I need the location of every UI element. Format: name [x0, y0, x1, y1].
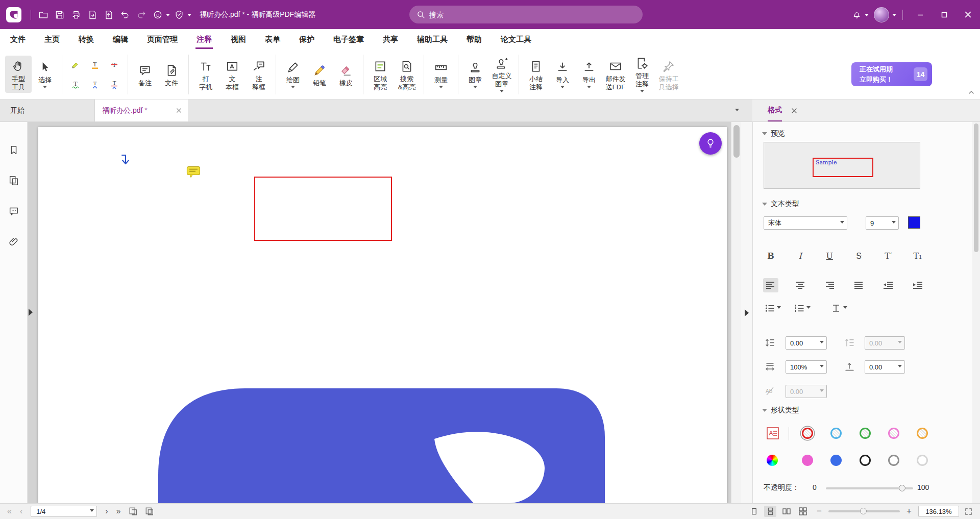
- shape-swatch-black-outline[interactable]: [860, 455, 871, 466]
- justify-button[interactable]: [851, 278, 867, 292]
- shape-swatch-pink-outline[interactable]: [888, 428, 899, 439]
- bullet-list-control[interactable]: [765, 304, 781, 312]
- menu-esign[interactable]: 电子签章: [332, 30, 365, 49]
- opacity-slider-knob[interactable]: [899, 485, 905, 491]
- font-color-swatch[interactable]: [908, 216, 920, 229]
- clipboard-pages-button[interactable]: [145, 507, 154, 516]
- shape-swatch-gray-outline[interactable]: [888, 455, 899, 466]
- tab-start[interactable]: 开始: [0, 100, 95, 121]
- textbox-style-swatch[interactable]: A: [767, 427, 779, 439]
- global-search[interactable]: [409, 6, 643, 23]
- trial-purchase-button[interactable]: 正在试用期 立即购买！ 14: [851, 62, 932, 86]
- typewriter-button[interactable]: 打 字机: [192, 56, 219, 93]
- zoom-slider[interactable]: [828, 510, 900, 512]
- manage-comments-button[interactable]: 管理 注释: [629, 53, 655, 96]
- stamp-button[interactable]: 图章: [462, 57, 488, 92]
- menu-page-organize[interactable]: 页面管理: [146, 30, 179, 49]
- custom-stamp-button[interactable]: 自定义 图章: [488, 53, 515, 96]
- tab-document-active[interactable]: 福昕办公.pdf *: [95, 100, 188, 121]
- tab-close-icon[interactable]: [176, 107, 182, 115]
- document-canvas[interactable]: [28, 122, 731, 503]
- measure-tool-button[interactable]: 测量: [428, 57, 454, 92]
- keep-tool-selected-button[interactable]: 保持工 具选择: [655, 56, 682, 93]
- select-tool-button[interactable]: 选择: [32, 57, 58, 92]
- undo-button[interactable]: [117, 7, 133, 23]
- superscript-button[interactable]: T′: [880, 249, 896, 263]
- align-right-button[interactable]: [822, 278, 837, 292]
- decrease-indent-button[interactable]: [880, 278, 896, 292]
- textbox-button[interactable]: 文 本框: [219, 56, 246, 93]
- shape-type-section-header[interactable]: 形状类型: [762, 406, 799, 415]
- facing-continuous-view-button[interactable]: [797, 506, 809, 517]
- continuous-view-button[interactable]: [764, 506, 776, 517]
- squiggly-underline-button[interactable]: T: [67, 76, 84, 92]
- redo-button[interactable]: [133, 7, 150, 23]
- eraser-tool-button[interactable]: 橡皮: [333, 60, 359, 89]
- underline-button[interactable]: U: [822, 249, 837, 263]
- menu-form[interactable]: 表单: [264, 30, 281, 49]
- rectangle-annotation[interactable]: [254, 177, 392, 241]
- callout-button[interactable]: 注 释框: [246, 56, 272, 93]
- menu-help[interactable]: 帮助: [465, 30, 483, 49]
- replace-text-button[interactable]: T: [106, 76, 122, 92]
- app-logo-icon[interactable]: [6, 7, 21, 22]
- protect-shield-caret-icon[interactable]: [187, 14, 191, 18]
- shape-swatch-red-outline[interactable]: [802, 428, 813, 439]
- menu-view[interactable]: 视图: [230, 30, 247, 49]
- fullscreen-button[interactable]: [964, 507, 973, 516]
- menu-thesis-tools[interactable]: 论文工具: [500, 30, 532, 49]
- comments-panel-button[interactable]: [5, 203, 22, 220]
- strikeout-text-button[interactable]: T: [106, 57, 122, 73]
- smart-tip-lightbulb-button[interactable]: [699, 132, 722, 155]
- bold-button[interactable]: B: [763, 249, 778, 263]
- snapshot-pages-button[interactable]: [129, 507, 138, 516]
- next-page-button[interactable]: ›: [105, 507, 108, 515]
- hand-tool-button[interactable]: 手型 工具: [5, 56, 32, 93]
- menu-home[interactable]: 主页: [43, 30, 61, 49]
- minimize-button[interactable]: [908, 0, 932, 29]
- maximize-button[interactable]: [932, 0, 956, 29]
- previous-page-button[interactable]: ‹: [20, 507, 22, 515]
- open-file-button[interactable]: [35, 7, 52, 23]
- first-page-button[interactable]: «: [7, 507, 12, 515]
- email-fdf-button[interactable]: 邮件发 送FDF: [602, 56, 629, 93]
- page-number-combo[interactable]: 1/4: [31, 506, 97, 517]
- align-center-button[interactable]: [793, 278, 808, 292]
- menu-file[interactable]: 文件: [9, 30, 27, 49]
- single-page-view-button[interactable]: [748, 506, 760, 517]
- menu-edit[interactable]: 编辑: [112, 30, 129, 49]
- bookmarks-panel-button[interactable]: [5, 141, 22, 159]
- menu-accessibility[interactable]: 辅助工具: [416, 30, 449, 49]
- area-highlight-button[interactable]: 区域 高亮: [367, 56, 394, 93]
- last-page-button[interactable]: »: [116, 507, 121, 515]
- zoom-slider-knob[interactable]: [860, 508, 867, 514]
- shape-swatch-green-outline[interactable]: [860, 428, 871, 439]
- menu-comment[interactable]: 注释: [195, 30, 213, 49]
- right-panel-toggle-handle[interactable]: [745, 309, 749, 316]
- strikethrough-button[interactable]: S: [851, 249, 867, 263]
- canvas-scrollbar-thumb[interactable]: [733, 125, 740, 158]
- print-button[interactable]: [68, 7, 84, 23]
- export-comments-button[interactable]: 导出: [576, 57, 602, 92]
- baseline-offset-select[interactable]: 0.00: [865, 360, 905, 374]
- share-document-button[interactable]: [101, 7, 117, 23]
- facing-view-button[interactable]: [780, 506, 793, 517]
- opacity-slider[interactable]: [826, 487, 913, 489]
- zoom-percentage-box[interactable]: 136.13%: [918, 506, 959, 517]
- sticky-note-annotation-icon[interactable]: [186, 166, 201, 178]
- pencil-tool-button[interactable]: 铅笔: [306, 60, 333, 89]
- note-comment-button[interactable]: 备注: [132, 60, 158, 89]
- italic-button[interactable]: I: [793, 249, 808, 263]
- pdf-page[interactable]: [38, 127, 727, 503]
- align-left-button[interactable]: [763, 278, 778, 292]
- shape-swatch-blue-outline[interactable]: [830, 428, 842, 439]
- shape-swatch-orange-outline[interactable]: [917, 428, 928, 439]
- close-button[interactable]: [956, 0, 980, 29]
- panel-vertical-scrollbar[interactable]: [972, 122, 980, 503]
- search-input[interactable]: [429, 11, 635, 19]
- menu-convert[interactable]: 转换: [78, 30, 95, 49]
- collapse-ribbon-button[interactable]: [968, 88, 975, 97]
- format-panel-close-icon[interactable]: [791, 108, 797, 114]
- insert-text-button[interactable]: T: [87, 76, 103, 92]
- user-avatar[interactable]: [874, 7, 889, 22]
